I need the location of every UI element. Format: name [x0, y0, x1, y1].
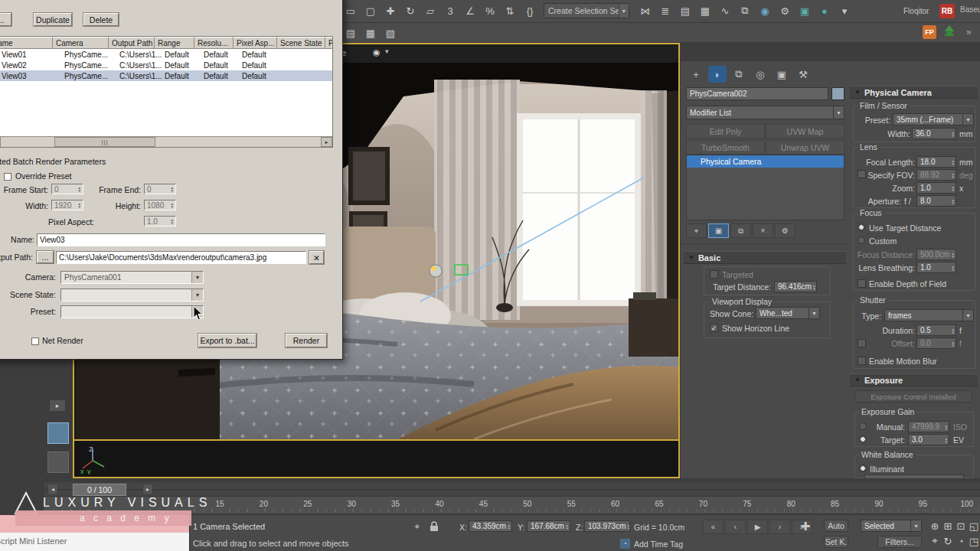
rendered-frame-icon[interactable]: ▣ [796, 2, 813, 19]
render-setup-icon[interactable]: ⚙ [776, 2, 793, 19]
track-bar-ruler[interactable]: 1520253035404550556065707580859095100 [44, 497, 980, 514]
layout-flyout-button[interactable]: ▸ [49, 399, 66, 412]
override-preset-checkbox[interactable] [4, 173, 11, 181]
modifier-button-turbosmooth[interactable]: TurboSmooth [686, 140, 765, 155]
next-frame-nub[interactable]: ▸ [142, 484, 153, 495]
lens-breathing-field[interactable]: 1.0 [916, 262, 956, 273]
viewport-record-icon[interactable]: ◉ [373, 47, 381, 57]
column-header[interactable]: Range [155, 37, 194, 49]
isolate-selection-icon[interactable]: ⌖ [410, 520, 424, 533]
go-to-start-icon[interactable]: « [703, 520, 724, 534]
mirror-icon[interactable]: ⋈ [637, 2, 654, 19]
rollout-exposure[interactable]: ▼ Exposure [850, 373, 978, 386]
column-header[interactable]: Scene State [277, 37, 325, 49]
column-header[interactable]: Resolu... [194, 37, 234, 49]
render-flyout-icon[interactable]: ▾ [836, 2, 853, 19]
y-coord-field[interactable]: 167.68cm [527, 520, 570, 532]
macro-recorder-pane[interactable] [0, 515, 190, 533]
offset-checkbox[interactable] [858, 339, 866, 347]
snaps-toggle-icon[interactable]: 3 [442, 2, 459, 19]
height-field[interactable]: 1080 [144, 200, 176, 210]
frame-start-field[interactable]: 0 [51, 184, 83, 194]
table-row[interactable]: View01PhysCame...C:\Users\1...DefaultDef… [0, 49, 332, 60]
ribbon-show-icon[interactable]: ▦ [362, 24, 379, 41]
duration-field[interactable]: 0.5 [916, 324, 956, 336]
x-coord-field[interactable]: 43.359cm [469, 520, 512, 532]
spinner-snap-icon[interactable]: ⇅ [501, 2, 518, 19]
scene-explorer-icon[interactable]: ▦ [697, 2, 714, 19]
ribbon-config-icon[interactable]: ▧ [382, 24, 399, 41]
name-input[interactable]: View03 [37, 233, 325, 246]
aperture-field[interactable]: 8.0 [916, 195, 956, 207]
previous-frame-icon[interactable]: ‹ [725, 520, 746, 534]
enable-dof-checkbox[interactable] [858, 279, 866, 288]
pin-stack-icon[interactable]: ⌖ [686, 223, 707, 238]
play-icon[interactable]: ▶ [747, 520, 768, 534]
time-slider-handle[interactable]: 0 / 100 [73, 484, 126, 496]
material-editor-icon[interactable]: ◉ [756, 2, 773, 19]
scroll-left-arrow[interactable]: ◂ [0, 137, 1, 147]
next-frame-icon[interactable]: › [769, 520, 790, 534]
previous-frame-nub[interactable]: ◂ [47, 484, 58, 495]
workspace-label[interactable]: Baseu [960, 5, 980, 14]
stack-item-physical-camera[interactable]: Physical Camera [687, 155, 844, 168]
render-button[interactable]: Render [286, 334, 327, 347]
target-ev-field[interactable]: 3.0 [908, 434, 949, 445]
object-color-swatch[interactable] [831, 87, 844, 100]
modify-tab[interactable]: ◗ [708, 66, 727, 83]
scroll-right-arrow[interactable]: ▸ [321, 137, 332, 147]
column-header[interactable]: Output Path [109, 37, 155, 49]
camera-dropdown[interactable]: PhysCamera001 [60, 271, 204, 284]
make-unique-icon[interactable]: ⧉ [730, 223, 751, 238]
z-coord-field[interactable]: 103.973cm [584, 520, 630, 532]
browse-output-button[interactable]: ... [37, 251, 54, 263]
rollout-physical-camera[interactable]: ▼ Physical Camera [850, 86, 978, 99]
angle-snap-icon[interactable]: ∠ [462, 2, 479, 19]
table-row[interactable]: View02PhysCame...C:\Users\1...DefaultDef… [0, 60, 332, 70]
remove-modifier-icon[interactable]: × [753, 223, 773, 238]
duplicate-view-button[interactable]: Duplicate [34, 13, 72, 26]
curve-editor-icon[interactable]: ∿ [717, 2, 733, 19]
auto-key-button[interactable]: Auto [824, 520, 848, 532]
manual-radio[interactable] [859, 422, 867, 430]
use-target-distance-radio[interactable] [858, 223, 865, 231]
film-width-field[interactable]: 36.0 [912, 128, 956, 139]
specify-fov-field[interactable]: 88.92 [916, 169, 956, 181]
custom-radio[interactable] [858, 236, 865, 244]
targeted-checkbox[interactable] [710, 270, 718, 279]
named-selection-sets-icon[interactable]: {} [521, 2, 538, 19]
set-keys-button[interactable]: ✚ [796, 517, 815, 536]
export-bat-button[interactable]: Export to .bat... [198, 334, 256, 347]
add-time-tag[interactable]: Add Time Tag [634, 540, 683, 549]
percent-snap-icon[interactable]: % [482, 2, 498, 19]
zoom-region-icon[interactable]: ◱ [965, 517, 980, 534]
illuminant-radio[interactable] [859, 465, 867, 472]
window-crossing-icon[interactable]: ▢ [362, 2, 379, 19]
modifier-button-unwrap-uvw[interactable]: Unwrap UVW [766, 140, 844, 155]
add-view-button[interactable]: Add... [0, 13, 11, 26]
focal-length-field[interactable]: 18.0 [916, 156, 956, 168]
maximize-viewport-icon[interactable]: ◳ [965, 533, 980, 549]
specify-fov-checkbox[interactable] [858, 170, 866, 178]
net-render-checkbox[interactable] [31, 337, 39, 345]
display-tab[interactable]: ▣ [773, 66, 791, 83]
column-header[interactable]: Camera [53, 37, 109, 49]
layout-preset-inactive[interactable] [47, 452, 69, 473]
configure-modifier-sets-icon[interactable]: ⚙ [775, 223, 795, 238]
target-distance-field[interactable]: 96.416cm [774, 281, 817, 292]
enable-motion-blur-checkbox[interactable] [858, 357, 866, 365]
create-selection-set-combo[interactable]: Create Selection Set [544, 3, 629, 18]
column-header[interactable]: Pixel Asp... [234, 37, 277, 49]
pixel-aspect-field[interactable]: 1.0 [144, 216, 176, 227]
show-cone-dropdown[interactable]: Whe...ted [756, 307, 820, 319]
viewport-label-caret-icon[interactable]: ▾ [385, 47, 389, 55]
modifier-button-uvw-map[interactable]: UVW Map [766, 124, 844, 139]
set-key-button[interactable]: Set K. [824, 536, 848, 548]
scene-state-dropdown[interactable] [60, 289, 204, 302]
show-horizon-checkbox[interactable] [710, 324, 718, 332]
modifier-button-edit-poly[interactable]: Edit Poly [686, 124, 765, 139]
offset-field[interactable]: 0.0 [916, 337, 956, 349]
frame-end-field[interactable]: 0 [144, 184, 176, 194]
column-header[interactable]: Name [0, 37, 53, 49]
layer-manager-icon[interactable]: ▤ [677, 2, 694, 19]
